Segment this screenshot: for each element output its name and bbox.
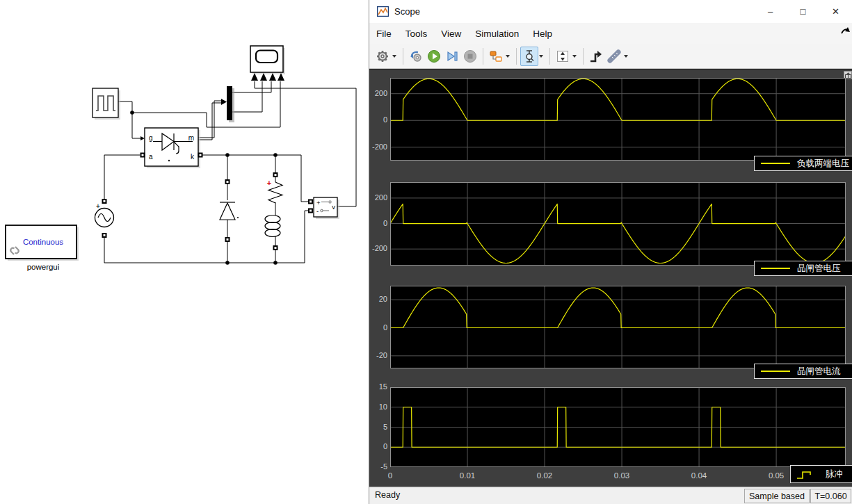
legend-label: 脉冲 [826,469,843,480]
settings-button[interactable] [373,47,392,66]
powergui-label: powergui [27,263,60,271]
status-text: Ready [375,490,400,500]
vm-plus-label: + [316,199,321,206]
scope-plot-3 [390,286,846,368]
signal-selector-dropdown[interactable] [506,55,510,58]
x-tick-label: 0.04 [685,471,713,480]
y-tick-label: 0 [369,219,387,227]
run-button[interactable] [425,47,443,66]
y-tick-label: 5 [369,423,387,431]
scope-block[interactable] [250,46,285,81]
port-label-g: g [149,134,153,142]
legend-3: 晶闸管电流 [754,364,852,379]
measurements-ruler-button[interactable] [605,47,623,66]
y-tick-label: 10 [369,403,387,411]
sample-mode-indicator: Sample based [744,489,810,503]
scope-window: Scope – □ ✕ File Tools View Simulation H… [369,0,852,504]
toolbar-separator [583,48,584,65]
cursor-measurements-dropdown[interactable] [539,55,543,58]
demux-input-arrowhead [221,99,227,105]
settings-dropdown[interactable] [392,55,396,58]
scope-plot-4 [390,387,846,467]
legend-line-sample [761,371,790,372]
y-tick-label: 0 [369,323,387,332]
title-bar[interactable]: Scope – □ ✕ [369,0,852,23]
scope-plot-1 [390,78,846,161]
pulse-generator-block[interactable] [93,88,120,120]
legend-step-sample [795,466,816,482]
x-tick-label: 0.05 [762,471,790,480]
demux-block[interactable] [227,86,234,122]
legend-label: 晶闸管电压 [797,263,841,275]
x-tick-label: 0.02 [531,471,558,480]
powergui-mode-text: Continuous [23,238,63,246]
minimize-button[interactable]: – [754,0,787,23]
series-rl-branch-block[interactable]: + [265,179,282,237]
x-tick-label: 0.01 [453,471,481,480]
thyristor-block[interactable]: g m a k [145,128,200,168]
powergui-block[interactable]: Continuous powergui [6,225,79,271]
diode-block[interactable] [220,202,239,220]
menu-bar: File Tools View Simulation Help [369,23,852,44]
toolbar-separator [516,48,517,65]
step-forward-button[interactable] [443,47,461,66]
y-tick-label: 200 [369,193,387,202]
toolbar [369,44,852,69]
close-button[interactable]: ✕ [819,0,852,23]
legend-label: 晶闸管电流 [797,366,841,377]
legend-2: 晶闸管电压 [754,261,852,276]
menu-tools[interactable]: Tools [399,23,435,44]
menu-overflow-icon[interactable] [841,26,851,35]
y-tick-label: -200 [369,143,387,151]
toolbar-separator [403,48,403,65]
simulink-model-canvas[interactable]: g m a k [0,0,369,504]
voltage-measurement-block[interactable]: + - v [314,197,339,219]
y-tick-label: 0 [369,442,387,450]
signal-selector-button[interactable] [487,47,505,66]
scope-plot-2 [390,182,846,266]
x-tick-label: 0.03 [608,471,636,480]
y-tick-label: 20 [369,295,387,303]
inductor-icon [265,216,280,237]
y-tick-label: 0 [369,115,387,124]
legend-line-sample [761,163,790,164]
legend-1: 负载两端电压 [754,156,852,171]
trigger-button[interactable] [587,47,605,66]
port-label-m: m [188,134,194,142]
gate-arrowhead [140,136,145,140]
port-label-a: a [149,153,153,161]
menu-file[interactable]: File [369,23,399,44]
rl-plus-label: + [267,179,271,187]
y-tick-label: -20 [369,351,387,359]
source-plus-label: + [96,202,100,210]
x-tick-label: 0 [376,471,404,480]
cursor-measurements-button[interactable] [520,47,538,66]
highlight-simulink-block-button[interactable] [407,47,425,66]
stop-button[interactable] [461,47,479,66]
span-button[interactable] [554,47,572,66]
span-dropdown[interactable] [572,55,577,58]
window-title: Scope [394,6,420,17]
menu-help[interactable]: Help [526,23,559,44]
y-tick-label: -5 [369,462,387,471]
legend-label: 负载两端电压 [797,158,849,170]
ac-voltage-source-block[interactable]: + [95,202,114,227]
menu-view[interactable]: View [434,23,468,44]
vm-output-label: v [332,203,335,211]
legend-line-sample [761,268,790,269]
vm-minus-label: - [316,207,319,215]
legend-4: 脉冲 [790,465,852,483]
maximize-button[interactable]: □ [787,0,819,23]
electrical-ports [102,153,314,251]
menu-simulation[interactable]: Simulation [468,23,526,44]
thyristor-dot [168,160,170,161]
scope-app-icon [377,6,389,17]
sim-time-indicator: T=0.060 [810,489,851,503]
measurements-dropdown[interactable] [624,55,628,58]
y-tick-label: 15 [369,382,387,391]
toolbar-separator [483,48,483,65]
y-tick-label: 200 [369,89,387,97]
scope-canvas: 2000-200负载两端电压2000-200晶闸管电压200-20晶闸管电流15… [369,69,852,487]
toolbar-separator [549,48,550,65]
status-bar: Ready Sample based T=0.060 [369,487,852,504]
